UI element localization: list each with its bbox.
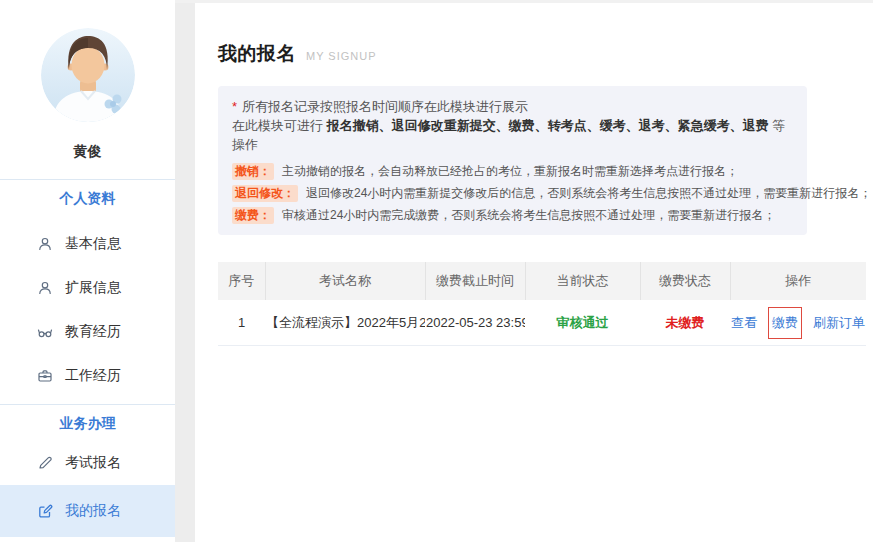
cell-index: 1 <box>218 300 265 346</box>
tip-tag-withdraw: 撤销： <box>232 163 274 180</box>
col-header-pay-deadline: 缴费截止时间 <box>425 262 525 300</box>
sidebar-section-personal: 个人资料 <box>0 180 175 222</box>
col-header-actions: 操作 <box>730 262 866 300</box>
col-header-exam-name: 考试名称 <box>265 262 425 300</box>
sidebar-item-label: 考试报名 <box>65 454 121 472</box>
tip-text: 主动撤销的报名，会自动释放已经抢占的考位，重新报名时需重新选择考点进行报名； <box>282 161 738 181</box>
sidebar-item-label: 基本信息 <box>65 235 121 253</box>
sidebar-item-my-signup[interactable]: 我的报名 <box>0 485 175 537</box>
table-row: 1 【全流程演示】2022年5月2... 2022-05-23 23:59:59… <box>218 300 866 346</box>
cell-actions: 查看 缴费 刷新订单 <box>730 300 866 346</box>
glasses-icon <box>37 324 53 340</box>
signup-table: 序号 考试名称 缴费截止时间 当前状态 缴费状态 操作 1 【全流程演示】202… <box>218 262 866 346</box>
required-asterisk: * <box>232 99 237 114</box>
sidebar-item-label: 我的报名 <box>65 502 121 520</box>
status-badge-pass: 审核通过 <box>557 315 609 330</box>
table-header-row: 序号 考试名称 缴费截止时间 当前状态 缴费状态 操作 <box>218 262 866 300</box>
sidebar-item-label: 教育经历 <box>65 323 121 341</box>
tip-tag-return-modify: 退回修改： <box>232 185 298 202</box>
page-header: 我的报名 MY SIGNUP <box>218 41 873 67</box>
avatar <box>41 28 135 122</box>
tip-withdraw: 撤销： 主动撤销的报名，会自动释放已经抢占的考位，重新报名时需重新选择考点进行报… <box>232 161 793 181</box>
notice-tips: 撤销： 主动撤销的报名，会自动释放已经抢占的考位，重新报名时需重新选择考点进行报… <box>232 161 793 225</box>
view-link[interactable]: 查看 <box>731 314 757 332</box>
col-header-index: 序号 <box>218 262 265 300</box>
status-badge-unpaid: 未缴费 <box>666 315 705 330</box>
main-content: 我的报名 MY SIGNUP *所有报名记录按照报名时间顺序在此模块进行展示 在… <box>195 0 873 542</box>
cell-pay-deadline: 2022-05-23 23:59:59 <box>425 300 525 346</box>
cell-exam-name: 【全流程演示】2022年5月2... <box>265 300 425 346</box>
notice-panel: *所有报名记录按照报名时间顺序在此模块进行展示 在此模块可进行 报名撤销、退回修… <box>218 86 807 235</box>
tip-return-modify: 退回修改： 退回修改24小时内需重新提交修改后的信息，否则系统会将考生信息按照不… <box>232 183 793 203</box>
pay-link[interactable]: 缴费 <box>772 315 798 330</box>
user-icon <box>37 280 53 296</box>
sidebar-item-extended-info[interactable]: 扩展信息 <box>0 266 175 310</box>
cell-pay-status: 未缴费 <box>640 300 730 346</box>
sidebar-item-label: 扩展信息 <box>65 279 121 297</box>
page-title: 我的报名 <box>218 41 296 67</box>
user-icon <box>37 236 53 252</box>
row-actions: 查看 缴费 刷新订单 <box>731 307 865 339</box>
sidebar-content-gap <box>175 0 195 542</box>
notice-line-1: *所有报名记录按照报名时间顺序在此模块进行展示 <box>232 97 793 116</box>
sidebar-item-basic-info[interactable]: 基本信息 <box>0 222 175 266</box>
sidebar-item-label: 工作经历 <box>65 367 121 385</box>
cell-status: 审核通过 <box>525 300 640 346</box>
tip-text: 审核通过24小时内需完成缴费，否则系统会将考生信息按照不通过处理，需要重新进行报… <box>282 205 775 225</box>
page-subtitle: MY SIGNUP <box>306 50 377 62</box>
tip-payment: 缴费： 审核通过24小时内需完成缴费，否则系统会将考生信息按照不通过处理，需要重… <box>232 205 793 225</box>
notice-line-1-text: 所有报名记录按照报名时间顺序在此模块进行展示 <box>242 99 528 114</box>
tip-text: 退回修改24小时内需重新提交修改后的信息，否则系统会将考生信息按照不通过处理，需… <box>306 183 871 203</box>
payment-annotation-box: 缴费 <box>768 307 802 339</box>
col-header-status: 当前状态 <box>525 262 640 300</box>
user-name: 黄俊 <box>0 143 175 159</box>
notice-line-2: 在此模块可进行 报名撤销、退回修改重新提交、缴费、转考点、缓考、退考、紧急缓考、… <box>232 116 793 154</box>
sidebar-item-education[interactable]: 教育经历 <box>0 310 175 354</box>
col-header-pay-status: 缴费状态 <box>640 262 730 300</box>
sidebar-item-work[interactable]: 工作经历 <box>0 354 175 398</box>
notice-line-2-prefix: 在此模块可进行 <box>232 118 327 133</box>
pen-icon <box>37 455 53 471</box>
refresh-order-link[interactable]: 刷新订单 <box>813 314 865 332</box>
sidebar: 黄俊 个人资料 基本信息 扩展信息 教育经历 工作经历 业务办理 考试报名 <box>0 0 175 542</box>
tip-tag-payment: 缴费： <box>232 207 274 224</box>
document-edit-icon <box>37 503 53 519</box>
avatar-illustration <box>41 28 135 122</box>
top-hairline <box>175 0 873 3</box>
notice-line-2-operations: 报名撤销、退回修改重新提交、缴费、转考点、缓考、退考、紧急缓考、退费 <box>327 118 769 133</box>
briefcase-icon <box>37 368 53 384</box>
sidebar-item-exam-signup[interactable]: 考试报名 <box>0 441 175 485</box>
sidebar-section-business: 业务办理 <box>0 405 175 441</box>
